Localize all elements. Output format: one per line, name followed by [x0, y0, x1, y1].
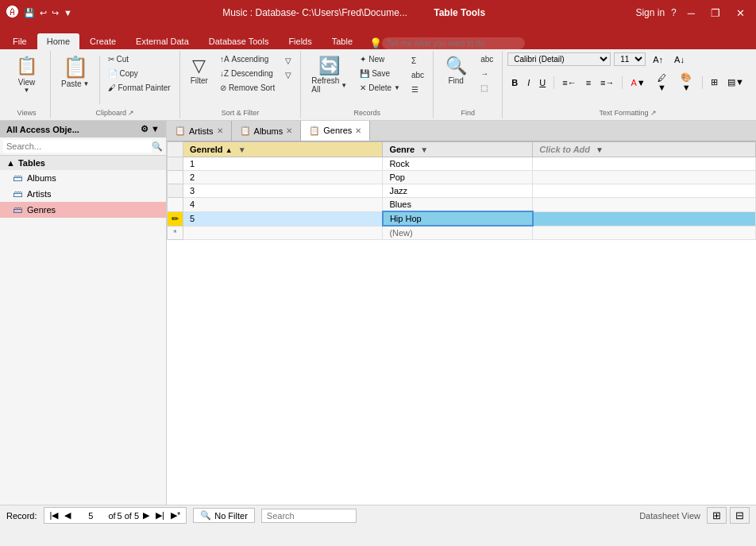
row-2-genre[interactable]: Pop: [383, 171, 533, 184]
genre-dropdown-icon[interactable]: ▼: [420, 145, 428, 154]
tab-external-data[interactable]: External Data: [126, 33, 199, 49]
redo-icon[interactable]: ↪: [52, 8, 59, 18]
record-next-button[interactable]: ▶: [141, 509, 152, 521]
status-bar: Record: |◀ ◀ of 5 of 5 ▶ ▶| ▶* 🔍 No Filt…: [0, 505, 756, 525]
left-align-button[interactable]: ≡←: [558, 76, 580, 89]
gridlines-button[interactable]: ⊞: [707, 76, 722, 89]
click-to-add-dropdown-icon[interactable]: ▼: [596, 145, 604, 154]
remove-sort-button[interactable]: ⊘ Remove Sort: [216, 81, 279, 95]
record-first-button[interactable]: |◀: [48, 509, 61, 521]
tab-artists[interactable]: 📋 Artists ✕: [167, 121, 232, 141]
record-current-input[interactable]: [75, 511, 106, 521]
quick-access-dropdown-icon[interactable]: ▼: [64, 8, 72, 17]
row-1-genre[interactable]: Rock: [383, 157, 533, 171]
datasheet-view-button[interactable]: ⊞: [707, 507, 727, 524]
sign-in-link[interactable]: Sign in: [635, 7, 665, 18]
underline-button[interactable]: U: [535, 76, 550, 89]
record-last-button[interactable]: ▶|: [153, 509, 167, 521]
restore-button[interactable]: ❐: [706, 6, 725, 21]
record-new-button[interactable]: ▶*: [168, 509, 183, 521]
goto-button[interactable]: →: [476, 67, 497, 80]
nav-item-albums[interactable]: 🗃 Albums: [0, 170, 166, 186]
nav-search-input[interactable]: [3, 140, 152, 153]
tables-header[interactable]: ▲ Tables: [0, 156, 166, 170]
more-button[interactable]: ☰: [407, 83, 428, 96]
spell-check-button[interactable]: abc: [407, 68, 428, 82]
close-button[interactable]: ✕: [731, 6, 750, 21]
text-fmt-dialog-icon[interactable]: ↗: [650, 109, 657, 117]
minimize-button[interactable]: ─: [683, 6, 700, 21]
bold-button[interactable]: B: [507, 76, 522, 89]
center-align-button[interactable]: ≡: [582, 76, 595, 89]
record-prev-button[interactable]: ◀: [62, 509, 73, 521]
status-search-input[interactable]: [261, 509, 357, 523]
italic-button[interactable]: I: [523, 76, 534, 89]
right-align-button[interactable]: ≡→: [596, 76, 618, 89]
tab-albums[interactable]: 📋 Albums ✕: [232, 121, 302, 141]
nav-search-icon[interactable]: 🔍: [152, 141, 163, 152]
descending-button[interactable]: ↓Z Descending: [216, 67, 279, 80]
row-1-selector[interactable]: [168, 157, 183, 171]
row-5-genre[interactable]: Hip Hop: [383, 211, 533, 226]
find-button[interactable]: 🔍 Find: [438, 52, 473, 88]
tab-database-tools[interactable]: Database Tools: [199, 33, 279, 49]
row-4-selector[interactable]: [168, 198, 183, 212]
alternate-row-color-button[interactable]: ▤▼: [723, 76, 748, 89]
save-record-button[interactable]: 💾 Save: [356, 67, 404, 80]
font-size-select[interactable]: 11: [614, 52, 646, 66]
pivot-view-button[interactable]: ⊟: [730, 507, 750, 524]
font-family-select[interactable]: Calibri (Detail): [507, 52, 611, 66]
ascending-button[interactable]: ↑A Ascending: [216, 52, 279, 66]
tell-me-input[interactable]: [382, 37, 525, 49]
increase-font-button[interactable]: A↑: [649, 53, 667, 66]
decrease-font-button[interactable]: A↓: [670, 53, 688, 66]
tab-file[interactable]: File: [3, 33, 37, 49]
nav-header[interactable]: All Access Obje... ⚙ ▼: [0, 121, 166, 137]
genres-label: Genres: [27, 205, 56, 215]
header-genre[interactable]: Genre ▼: [383, 142, 533, 157]
header-genre-id[interactable]: GenreId ▲ ▼: [183, 142, 383, 157]
row-5-selector[interactable]: ✏: [168, 211, 183, 226]
nav-options-icon[interactable]: ⚙ ▼: [141, 124, 160, 134]
refresh-button[interactable]: 🔄 RefreshAll ▼: [306, 52, 353, 97]
copy-button[interactable]: 📄 Copy: [104, 67, 175, 80]
nav-item-artists[interactable]: 🗃 Artists: [0, 186, 166, 202]
undo-icon[interactable]: ↩: [40, 8, 47, 18]
tab-table[interactable]: Table: [322, 33, 362, 49]
replace-button[interactable]: abc: [476, 52, 497, 66]
cut-button[interactable]: ✂ Cut: [104, 52, 175, 66]
help-icon[interactable]: ?: [671, 7, 677, 18]
genre-id-dropdown-icon[interactable]: ▼: [238, 145, 246, 154]
no-filter-button[interactable]: 🔍 No Filter: [193, 508, 255, 523]
filter-button[interactable]: ▽ Filter: [185, 52, 214, 95]
delete-record-button[interactable]: ✕ Delete ▼: [356, 81, 404, 95]
format-painter-button[interactable]: 🖌 Format Painter: [104, 81, 175, 95]
tab-fields[interactable]: Fields: [279, 33, 321, 49]
background-color-button[interactable]: 🎨▼: [674, 71, 698, 94]
tell-me-box[interactable]: 💡: [363, 37, 753, 49]
tab-albums-close-icon[interactable]: ✕: [286, 126, 292, 135]
row-4-genre[interactable]: Blues: [383, 198, 533, 212]
totals-button[interactable]: Σ: [407, 54, 428, 68]
row-2-selector[interactable]: [168, 171, 183, 184]
tab-genres-close-icon[interactable]: ✕: [355, 126, 361, 135]
tab-create[interactable]: Create: [80, 33, 125, 49]
nav-item-genres[interactable]: 🗃 Genres: [0, 202, 166, 218]
tab-genres[interactable]: 📋 Genres ✕: [301, 121, 370, 141]
new-row-genre[interactable]: (New): [383, 226, 533, 240]
tab-home[interactable]: Home: [37, 33, 79, 49]
clipboard-dialog-icon[interactable]: ↗: [128, 109, 134, 117]
highlight-color-button[interactable]: 🖊▼: [651, 72, 673, 94]
row-3-selector[interactable]: [168, 184, 183, 198]
select-button[interactable]: ⬚: [476, 81, 497, 95]
new-record-button[interactable]: ✦ New: [356, 52, 404, 66]
advanced-filter-button[interactable]: ▽: [281, 68, 295, 82]
view-button[interactable]: 📋 View ▼: [10, 52, 44, 97]
row-3-genre[interactable]: Jazz: [383, 184, 533, 198]
header-click-to-add[interactable]: Click to Add ▼: [533, 142, 756, 157]
tab-artists-close-icon[interactable]: ✕: [217, 126, 223, 135]
toggle-filter-button[interactable]: ▽: [281, 54, 295, 68]
quick-save-icon[interactable]: 💾: [24, 8, 35, 18]
font-color-button[interactable]: A▼: [627, 76, 649, 89]
paste-button[interactable]: 📋 Paste ▼: [56, 52, 95, 107]
